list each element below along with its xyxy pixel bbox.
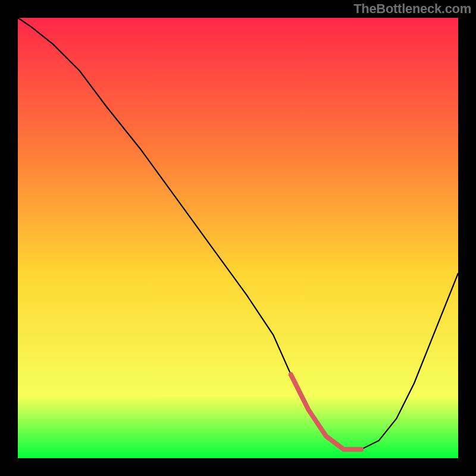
watermark-text: TheBottleneck.com (353, 1, 471, 17)
chart-container: TheBottleneck.com (0, 0, 476, 476)
bottleneck-chart (0, 0, 476, 476)
gradient-background (18, 18, 458, 458)
